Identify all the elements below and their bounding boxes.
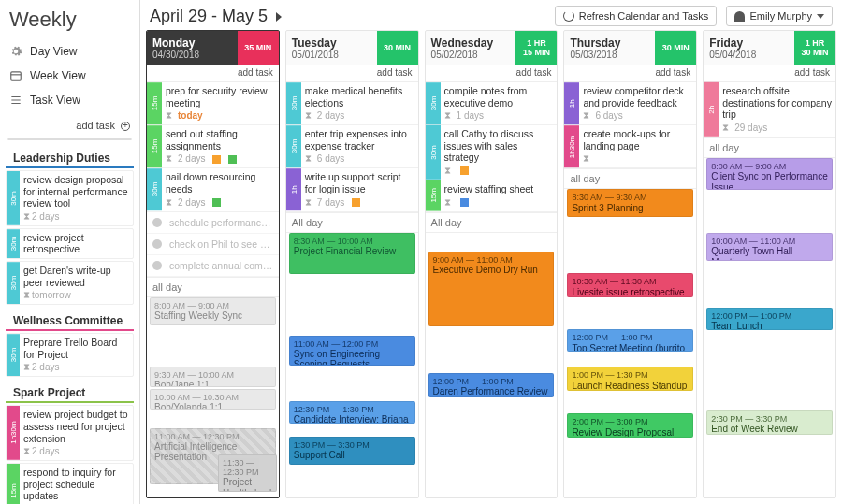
calendar-event[interactable]: 11:30 — 12:30 PMProject Healthcheck xyxy=(218,454,277,492)
day-header[interactable]: Wednesday05/02/20181 HR15 MIN xyxy=(426,31,558,65)
calendar-event[interactable]: 1:00 PM — 1:30 PMLaunch Readiness Standu… xyxy=(567,367,693,391)
day-task-body: send out staffing assignments2 days xyxy=(162,125,279,167)
calendar-body[interactable]: 8:00 AM — 9:00 AMClient Sync on Performa… xyxy=(704,158,835,497)
day-task[interactable]: 1hwrite up support script for login issu… xyxy=(286,168,418,211)
hourglass-icon xyxy=(722,122,731,134)
calendar-body[interactable]: 8:30 AM — 9:30 AMSprint 3 Planning10:30 … xyxy=(564,189,696,497)
completed-task[interactable]: check on Phil to see how his son is xyxy=(147,234,279,255)
sidebar-task[interactable]: 15mrespond to inquiry for project schedu… xyxy=(6,463,134,504)
calendar-event[interactable]: 8:00 AM — 9:00 AMClient Sync on Performa… xyxy=(706,158,833,190)
event-time: 12:00 PM — 1:00 PM xyxy=(711,311,828,321)
calendar-event[interactable]: 12:00 PM — 1:00 PMTop Secret Meeting (bu… xyxy=(567,329,693,352)
category-list: Leadership Duties30mreview design propos… xyxy=(0,148,139,504)
sidebar-task[interactable]: 30mget Daren's write-up peer reviewedtom… xyxy=(6,261,134,305)
day-status-chip: 1 HR15 MIN xyxy=(515,31,557,65)
calendar-event[interactable]: 12:30 PM — 1:30 PMCandidate Interview: B… xyxy=(289,401,415,424)
day-task[interactable]: 1hreview competitor deck and provide fee… xyxy=(564,82,696,125)
event-time: 8:00 AM — 9:00 AM xyxy=(711,162,828,171)
all-day-row[interactable]: all day xyxy=(704,137,835,158)
calendar-body[interactable]: 9:00 AM — 11:00 AMExecutive Demo Dry Run… xyxy=(426,233,558,497)
day-task[interactable]: 30mmake medical benefits elections2 days xyxy=(286,82,418,125)
day-tasks: 15mprep for security review meetingtoday… xyxy=(147,82,279,277)
calendar-event[interactable]: 10:00 AM — 10:30 AMBob/Yolanda 1:1 xyxy=(150,389,276,410)
day-task[interactable]: 30mnail down resourcing needs2 days xyxy=(147,168,279,211)
calendar-body[interactable]: 8:30 AM — 10:00 AMProject Financial Revi… xyxy=(286,233,418,497)
calendar-event[interactable]: 12:00 PM — 1:00 PMDaren Performance Revi… xyxy=(428,373,555,397)
day-add-task[interactable]: add task xyxy=(426,65,558,82)
refresh-label: Refresh Calendar and Tasks xyxy=(579,10,709,22)
sidebar-task[interactable]: 30mPreprare Trello Board for Project2 da… xyxy=(6,333,134,377)
day-task[interactable]: 30menter trip expenses into expense trac… xyxy=(286,125,418,168)
calendar-event[interactable]: 1:30 PM — 3:30 PMSupport Call xyxy=(289,437,415,465)
all-day-row[interactable]: all day xyxy=(147,277,279,297)
category-title[interactable]: Spark Project xyxy=(6,382,134,403)
day-column: Tuesday05/01/201830 MINadd task 30mmake … xyxy=(285,30,419,498)
day-add-task[interactable]: add task xyxy=(286,65,418,82)
duration-chip: 30m xyxy=(147,168,162,210)
day-header[interactable]: Thursday05/03/201830 MIN xyxy=(564,31,696,65)
completed-task[interactable]: complete annual company survey xyxy=(147,255,279,277)
completed-task[interactable]: schedule performance review with xyxy=(147,212,279,234)
day-task[interactable]: 15mprep for security review meetingtoday xyxy=(147,82,279,125)
duration-chip: 30m xyxy=(426,82,441,124)
day-tasks: 2hresearch offsite destinations for comp… xyxy=(704,82,835,137)
day-task[interactable]: 1h30mcreate mock-ups for landing page xyxy=(564,125,696,168)
plus-icon xyxy=(121,122,130,131)
calendar-event[interactable]: 10:00 AM — 11:00 AMQuarterly Town Hall M… xyxy=(706,233,833,261)
calendar-event[interactable]: 11:00 AM — 12:00 PMSync on Engineering S… xyxy=(289,336,415,366)
sidebar-task[interactable]: 30mreview project retrospective xyxy=(6,228,134,259)
day-task[interactable]: 15msend out staffing assignments2 days xyxy=(147,125,279,168)
hourglass-icon xyxy=(166,197,174,209)
chevron-right-icon xyxy=(276,12,282,22)
calendar-event[interactable]: 9:30 AM — 10:00 AMBob/Jane 1:1 xyxy=(150,367,276,387)
day-add-task[interactable]: add task xyxy=(564,65,696,82)
tab-category[interactable]: Category xyxy=(8,139,70,140)
event-time: 2:00 PM — 3:00 PM xyxy=(572,417,689,426)
calendar-event[interactable]: 8:30 AM — 9:30 AMSprint 3 Planning xyxy=(567,189,693,217)
sidebar-task[interactable]: 30mreview design proposal for internal p… xyxy=(6,170,134,226)
date-range[interactable]: April 29 - May 5 xyxy=(150,7,545,26)
event-time: 10:30 AM — 11:30 AM xyxy=(572,277,689,286)
all-day-row[interactable]: All day xyxy=(286,212,418,233)
day-header[interactable]: Monday04/30/201835 MIN xyxy=(147,31,279,65)
hourglass-icon xyxy=(305,153,313,165)
hourglass-icon xyxy=(444,110,453,122)
view-day[interactable]: Day View xyxy=(0,39,139,64)
day-add-task[interactable]: add task xyxy=(147,65,279,82)
view-task[interactable]: Task View xyxy=(0,88,139,112)
sidebar-task-body: review project budget to assess need for… xyxy=(20,406,133,460)
day-header[interactable]: Friday05/04/20181 HR30 MIN xyxy=(704,31,835,65)
calendar-body[interactable]: 8:00 AM — 9:00 AMStaffing Weekly Sync9:3… xyxy=(147,297,279,497)
category-title[interactable]: Wellness Committee xyxy=(6,310,134,331)
calendar-event[interactable]: 10:30 AM — 11:30 AMLivesite issue retros… xyxy=(567,273,693,297)
calendar-event[interactable]: 8:30 AM — 10:00 AMProject Financial Revi… xyxy=(289,233,415,274)
event-time: 11:00 AM — 12:30 PM xyxy=(154,432,271,441)
day-task[interactable]: 30mcompile notes from executive demo1 da… xyxy=(426,82,558,125)
tab-importance[interactable]: Importance xyxy=(70,139,131,140)
refresh-button[interactable]: Refresh Calendar and Tasks xyxy=(555,6,718,26)
calendar-event[interactable]: 8:00 AM — 9:00 AMStaffing Weekly Sync xyxy=(150,297,276,325)
all-day-row[interactable]: all day xyxy=(564,168,696,189)
event-title: Review Design Proposal xyxy=(572,427,689,439)
all-day-row[interactable]: All day xyxy=(426,212,558,233)
sidebar-task[interactable]: 1h30mreview project budget to assess nee… xyxy=(6,405,134,461)
event-time: 9:30 AM — 10:00 AM xyxy=(154,370,271,380)
day-task[interactable]: 15mreview staffing sheet xyxy=(426,180,558,212)
user-name: Emily Murphy xyxy=(749,10,812,22)
event-title: Sync on Engineering Scoping Requests xyxy=(294,349,411,366)
calendar-event[interactable]: 2:00 PM — 3:00 PMReview Design Proposal xyxy=(567,413,693,438)
day-header[interactable]: Tuesday05/01/201830 MIN xyxy=(286,31,418,65)
day-task[interactable]: 30mcall Cathy to discuss issues with sal… xyxy=(426,125,558,180)
category-title[interactable]: Leadership Duties xyxy=(6,148,134,168)
view-week[interactable]: Week View xyxy=(0,64,139,88)
sidebar-add-task[interactable]: add task xyxy=(0,116,139,135)
calendar-event[interactable]: 2:30 PM — 3:30 PMEnd of Week Review xyxy=(706,410,833,435)
day-add-task[interactable]: add task xyxy=(704,65,835,82)
hourglass-icon xyxy=(305,197,313,209)
calendar-event[interactable]: 9:00 AM — 11:00 AMExecutive Demo Dry Run xyxy=(428,252,555,326)
day-task[interactable]: 2hresearch offsite destinations for comp… xyxy=(704,82,835,137)
calendar-event[interactable]: 12:00 PM — 1:00 PMTeam Lunch xyxy=(706,308,833,330)
user-menu[interactable]: Emily Murphy xyxy=(726,6,833,26)
event-time: 8:00 AM — 9:00 AM xyxy=(154,301,271,310)
event-title: Support Call xyxy=(294,450,411,461)
